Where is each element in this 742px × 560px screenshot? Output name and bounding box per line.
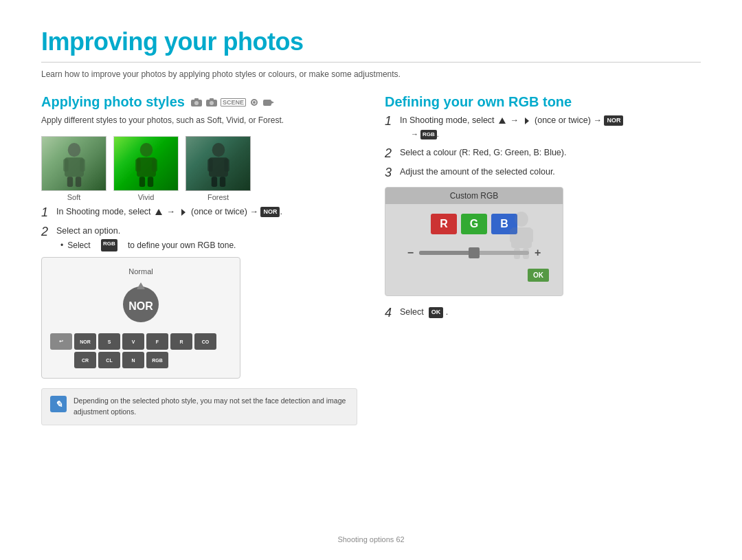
gear-icon	[249, 98, 260, 107]
svg-marker-29	[181, 209, 186, 216]
main-content: Applying photo styles SCENE Apply differ…	[41, 94, 701, 425]
menu-row-1: ↩ NOR S V F R CO	[50, 333, 232, 350]
svg-rect-24	[207, 159, 212, 172]
svg-text:NOR: NOR	[128, 300, 153, 312]
section-title-icons: SCENE	[190, 98, 275, 107]
rgb-inline-badge: RGB	[101, 239, 117, 251]
rgb-r-button[interactable]: R	[431, 214, 457, 234]
page-container: Improving your photos Learn how to impro…	[0, 0, 742, 560]
rgb-slider-thumb[interactable]	[469, 247, 480, 258]
left-section-desc: Apply different styles to your photos, s…	[41, 114, 357, 126]
right-step2-num: 2	[385, 146, 396, 161]
menu-back-cell: ↩	[50, 333, 72, 350]
menu-n-cell: N	[122, 352, 144, 368]
svg-rect-26	[211, 177, 216, 187]
svg-rect-38	[528, 229, 533, 243]
right-step1: 1 In Shooting mode, select → (once or tw…	[385, 114, 701, 139]
left-step2-content: Select an option. Select RGB to define y…	[56, 225, 357, 252]
svg-rect-8	[263, 100, 271, 106]
ok-btn-row: OK	[399, 269, 549, 282]
page-footer: Shooting options 62	[0, 535, 742, 544]
svg-point-1	[194, 101, 199, 105]
left-column: Applying photo styles SCENE Apply differ…	[41, 94, 357, 425]
title-divider	[41, 62, 701, 63]
left-step1-num: 1	[41, 205, 52, 221]
soft-person-silhouette	[57, 142, 91, 187]
soft-thumb	[41, 136, 106, 191]
svg-rect-15	[75, 177, 80, 187]
svg-point-10	[67, 143, 80, 157]
scene-badge: SCENE	[221, 98, 246, 107]
right-step4: 4 Select OK .	[385, 306, 701, 321]
svg-rect-14	[67, 177, 72, 187]
left-step1: 1 In Shooting mode, select → (once or tw…	[41, 205, 357, 221]
svg-rect-21	[147, 177, 153, 187]
vivid-label: Vivid	[138, 193, 155, 201]
svg-rect-18	[135, 159, 140, 172]
menu-v-cell: V	[122, 333, 144, 350]
nor-badge-right: NOR	[604, 115, 623, 126]
rgb-slider-track[interactable]	[419, 251, 529, 255]
note-text: Depending on the selected photo style, y…	[74, 396, 348, 418]
svg-point-22	[212, 143, 225, 157]
svg-rect-37	[510, 229, 515, 243]
vivid-person-silhouette	[129, 142, 164, 187]
ok-inline-badge: OK	[429, 307, 444, 318]
menu-row-2: CR CL N RGB	[74, 352, 232, 368]
chevron-right-icon-right	[523, 117, 531, 125]
menu-f-cell: F	[146, 333, 168, 350]
rgb-popup: Custom RGB R G B	[385, 187, 563, 296]
menu-normal-label: Normal	[50, 267, 232, 276]
svg-marker-33	[499, 117, 506, 124]
svg-rect-19	[152, 159, 157, 172]
left-step1-content: In Shooting mode, select → (once or twic…	[56, 205, 357, 219]
photo-soft: Soft	[41, 136, 106, 201]
svg-marker-31	[137, 282, 145, 289]
camera2-icon	[205, 98, 218, 107]
svg-rect-27	[219, 177, 225, 187]
note-icon: ✎	[50, 396, 67, 412]
rgb-g-button[interactable]: G	[461, 214, 487, 234]
nor-icon-big-container: NOR	[50, 280, 232, 326]
svg-point-35	[515, 212, 528, 227]
forest-thumb	[186, 136, 251, 191]
svg-point-4	[210, 101, 214, 105]
svg-point-16	[139, 143, 153, 157]
right-step4-content: Select OK .	[400, 306, 701, 319]
svg-rect-12	[63, 159, 68, 172]
rgb-minus[interactable]: −	[407, 247, 414, 259]
menu-rgb-cell: RGB	[146, 352, 168, 368]
photos-row: Soft Vivid	[41, 136, 357, 201]
svg-rect-20	[139, 177, 144, 187]
right-step2-content: Select a colour (R: Red, G: Green, B: Bl…	[400, 146, 701, 159]
forest-label: Forest	[207, 193, 229, 201]
page-title: Improving your photos	[41, 27, 701, 56]
right-step3-num: 3	[385, 166, 396, 181]
soft-label: Soft	[67, 193, 81, 201]
menu-co-cell: CO	[194, 333, 216, 350]
menu-s-cell: S	[98, 333, 120, 350]
video-icon	[262, 98, 275, 107]
svg-point-7	[253, 101, 256, 104]
rgb-popup-title: Custom RGB	[385, 188, 563, 204]
right-step3: 3 Adjust the amount of the selected colo…	[385, 166, 701, 181]
note-box: ✎ Depending on the selected photo style,…	[41, 388, 357, 425]
right-step3-content: Adjust the amount of the selected colour…	[400, 166, 701, 179]
triangle-up-icon-right	[498, 117, 506, 125]
nor-circle-icon: NOR	[119, 280, 163, 324]
left-section-title: Applying photo styles SCENE	[41, 94, 357, 110]
rgb-slider-fill	[419, 251, 474, 255]
bullet-select-rgb: Select RGB to define your own RGB tone.	[60, 239, 357, 251]
svg-rect-13	[80, 159, 85, 172]
menu-nor-cell: NOR	[74, 333, 96, 350]
menu-r-cell: R	[170, 333, 192, 350]
svg-marker-34	[525, 117, 529, 124]
left-step2-num: 2	[41, 225, 52, 240]
right-column: Defining your own RGB tone 1 In Shooting…	[385, 94, 701, 425]
menu-popup-box: Normal NOR ↩ NOR S V F	[41, 257, 240, 379]
rgb-badge-right: RGB	[420, 130, 437, 139]
right-step1-content: In Shooting mode, select → (once or twic…	[400, 114, 701, 139]
page-subtitle: Learn how to improve your photos by appl…	[41, 69, 701, 79]
ok-button[interactable]: OK	[528, 269, 549, 282]
svg-rect-2	[194, 98, 199, 100]
